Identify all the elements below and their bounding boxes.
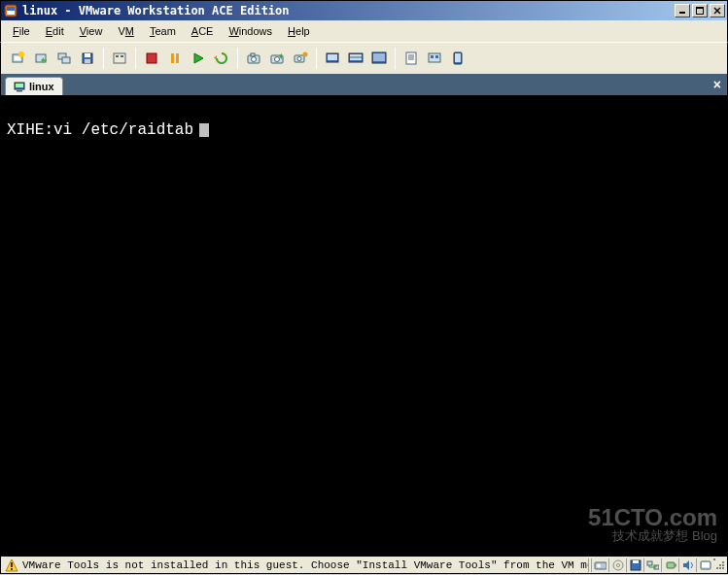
play-button[interactable] (188, 48, 209, 69)
svg-rect-75 (722, 564, 724, 566)
hard-disk-icon[interactable] (591, 558, 607, 572)
svg-rect-74 (719, 564, 721, 566)
show-console-button[interactable] (322, 48, 343, 69)
revert-snapshot-button[interactable] (266, 48, 288, 69)
menu-team[interactable]: Team (142, 23, 184, 39)
terminal-cursor (199, 123, 209, 137)
svg-rect-42 (406, 52, 416, 64)
window-title: linux - VMware Workstation ACE Edition (22, 4, 675, 17)
window-controls (675, 4, 725, 17)
unity-button[interactable] (447, 48, 468, 69)
svg-point-27 (252, 57, 257, 62)
svg-rect-22 (171, 53, 174, 63)
quick-switch-button[interactable] (345, 48, 366, 69)
svg-rect-78 (722, 567, 724, 569)
svg-point-33 (297, 57, 301, 61)
svg-rect-47 (431, 55, 433, 58)
svg-rect-28 (251, 53, 255, 56)
status-message: VMware Tools is not installed in this gu… (22, 559, 589, 571)
input-grab-icon[interactable] (696, 558, 711, 572)
svg-rect-53 (17, 90, 22, 92)
svg-rect-41 (373, 53, 385, 61)
tab-label: linux (29, 81, 54, 92)
svg-rect-48 (435, 55, 438, 58)
svg-rect-69 (675, 563, 676, 566)
svg-rect-21 (147, 53, 156, 63)
title-bar: linux - VMware Workstation ACE Edition (0, 0, 728, 20)
menu-bar: File Edit View VM Team ACE Windows Help (0, 20, 728, 42)
svg-rect-46 (429, 53, 440, 62)
snapshot-manage-button[interactable] (290, 48, 311, 69)
floppy-icon[interactable] (626, 558, 641, 572)
svg-rect-17 (85, 59, 90, 63)
close-button[interactable] (710, 4, 725, 17)
network-icon[interactable] (643, 558, 659, 572)
summary-button[interactable] (400, 48, 422, 69)
status-warning[interactable]: VMware Tools is not installed in this gu… (1, 558, 589, 572)
svg-point-56 (11, 568, 13, 570)
svg-marker-24 (194, 53, 203, 63)
fullscreen-button[interactable] (368, 48, 390, 69)
menu-help[interactable]: Help (280, 23, 318, 39)
minimize-button[interactable] (675, 4, 690, 17)
svg-rect-76 (716, 567, 718, 569)
tab-strip: linux × (0, 74, 728, 95)
device-tray (589, 558, 713, 572)
cd-icon[interactable] (608, 558, 624, 572)
usb-icon[interactable] (661, 558, 676, 572)
new-team-button[interactable] (53, 48, 75, 69)
app-icon (3, 3, 18, 18)
svg-rect-14 (62, 57, 70, 63)
svg-point-10 (18, 51, 24, 57)
favorites-button[interactable] (109, 48, 130, 69)
svg-rect-62 (633, 560, 639, 563)
svg-rect-23 (176, 53, 179, 63)
svg-rect-63 (647, 561, 652, 565)
svg-rect-2 (7, 7, 15, 11)
svg-rect-9 (15, 56, 20, 60)
menu-file[interactable]: File (5, 23, 38, 39)
menu-ace[interactable]: ACE (184, 23, 222, 39)
status-bar: VMware Tools is not installed in this gu… (0, 557, 728, 574)
menu-view[interactable]: View (72, 23, 111, 39)
tab-vm-icon (14, 81, 25, 92)
menu-windows[interactable]: Windows (221, 23, 280, 39)
svg-rect-16 (85, 53, 90, 57)
menu-edit[interactable]: Edit (38, 23, 72, 39)
warning-icon (5, 558, 18, 572)
resize-grip[interactable] (713, 558, 727, 572)
open-vm-button[interactable] (30, 48, 52, 69)
snapshot-button[interactable] (243, 48, 264, 69)
svg-rect-20 (121, 55, 123, 57)
svg-rect-77 (719, 567, 721, 569)
svg-rect-50 (455, 53, 461, 62)
svg-point-58 (597, 563, 601, 567)
svg-rect-52 (16, 84, 23, 87)
appliance-button[interactable] (424, 48, 445, 69)
save-button[interactable] (77, 48, 98, 69)
svg-marker-70 (683, 560, 689, 570)
svg-point-34 (303, 52, 308, 57)
console-line: XIHE:vi /etc/raidtab (7, 121, 721, 139)
reset-button[interactable] (211, 48, 232, 69)
new-vm-button[interactable] (7, 48, 28, 69)
tab-linux[interactable]: linux (5, 77, 63, 95)
svg-rect-36 (328, 54, 337, 60)
svg-rect-73 (722, 561, 724, 563)
svg-rect-68 (667, 562, 675, 568)
stop-button[interactable] (141, 48, 162, 69)
maximize-button[interactable] (692, 4, 708, 17)
svg-point-30 (275, 57, 280, 62)
sound-icon[interactable] (678, 558, 694, 572)
tab-close-button[interactable]: × (713, 77, 721, 92)
pause-button[interactable] (164, 48, 186, 69)
toolbar (0, 42, 728, 74)
svg-rect-19 (116, 55, 119, 57)
svg-rect-18 (114, 53, 125, 63)
menu-vm[interactable]: VM (110, 23, 142, 39)
svg-point-60 (617, 563, 620, 566)
watermark: 51CTO.com 技术成就梦想 Blog (588, 506, 717, 542)
svg-rect-72 (702, 562, 710, 567)
guest-console[interactable]: XIHE:vi /etc/raidtab 51CTO.com 技术成就梦想 Bl… (0, 95, 728, 557)
